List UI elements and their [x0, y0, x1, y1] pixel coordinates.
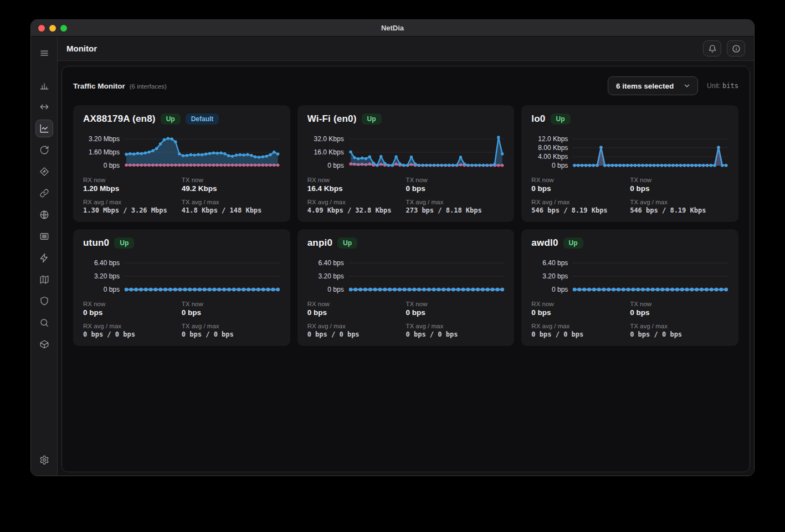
y-axis-tick: 3.20 Mbps: [89, 135, 120, 143]
chart-y-axis: 6.40 bps3.20 bps0 bps: [307, 255, 344, 294]
stat-label: TX now: [406, 177, 504, 183]
interfaces-dropdown-value: 6 items selected: [616, 82, 674, 90]
notifications-button[interactable]: [703, 40, 721, 56]
stat-label: TX now: [406, 301, 504, 307]
stat-tx-avg-max: TX avg / max41.8 Kbps / 148 Kbps: [182, 199, 280, 214]
traffic-chart: 3.20 Mbps1.60 Mbps0 bps: [83, 131, 280, 170]
minimize-button[interactable]: [49, 25, 56, 32]
interface-name: lo0: [531, 113, 545, 125]
interface-name: AX88179A (en8): [83, 113, 156, 125]
menu-icon[interactable]: [35, 44, 53, 62]
unit-indicator: Unit: bits: [707, 82, 738, 90]
stat-tx-avg-max: TX avg / max273 bps / 8.18 Kbps: [406, 199, 504, 214]
sidebar-item-globe[interactable]: [35, 206, 53, 224]
traffic-chart: 6.40 bps3.20 bps0 bps: [307, 255, 505, 294]
stat-value: 0 bps: [182, 308, 280, 317]
interface-card-ax88179a: AX88179A (en8)UpDefault3.20 Mbps1.60 Mbp…: [73, 105, 290, 222]
stat-rx-avg-max: RX avg / max4.09 Kbps / 32.8 Kbps: [307, 199, 406, 214]
sidebar-item-cube[interactable]: [35, 335, 53, 353]
up-badge: Up: [161, 113, 181, 125]
titlebar: NetDia: [31, 20, 754, 37]
stat-label: TX avg / max: [182, 323, 280, 329]
sidebar-item-navigation[interactable]: [35, 163, 53, 180]
interface-stats: RX now0 bpsTX now0 bpsRX avg / max0 bps …: [307, 301, 505, 338]
stat-value: 546 bps / 8.19 Kbps: [630, 206, 728, 214]
y-axis-tick: 4.00 Kbps: [538, 153, 568, 161]
stat-value: 16.4 Kbps: [307, 184, 406, 193]
stat-label: TX avg / max: [406, 199, 504, 205]
stat-rx-avg-max: RX avg / max1.30 Mbps / 3.26 Mbps: [83, 199, 182, 214]
stat-rx-avg-max: RX avg / max0 bps / 0 bps: [83, 323, 182, 338]
sidebar-item-server[interactable]: [35, 228, 53, 245]
info-button[interactable]: [727, 40, 745, 56]
close-button[interactable]: [38, 25, 45, 32]
sidebar-item-bar-chart[interactable]: [35, 76, 53, 94]
interface-card-wi-fi: Wi-Fi (en0)Up32.0 Kbps16.0 Kbps0 bpsRX n…: [297, 105, 515, 222]
sidebar-item-search[interactable]: [35, 314, 53, 332]
settings-icon[interactable]: [35, 451, 53, 469]
link-icon: [39, 188, 49, 198]
sidebar-item-zap[interactable]: [35, 249, 53, 267]
y-axis-tick: 12.0 Kbps: [538, 135, 568, 143]
panel-header: Traffic Monitor (6 interfaces) 6 items s…: [62, 66, 750, 103]
stat-value: 0 bps: [531, 184, 630, 193]
chart-plot-area: [572, 255, 728, 294]
zap-icon: [39, 253, 49, 263]
stat-rx-now: RX now16.4 Kbps: [307, 177, 406, 193]
y-axis-tick: 16.0 Kbps: [314, 148, 344, 156]
sidebar-item-arrows-horizontal[interactable]: [35, 98, 53, 116]
stat-label: RX now: [307, 177, 406, 183]
sidebar-item-refresh[interactable]: [35, 141, 53, 159]
traffic-lights: [38, 25, 67, 32]
interface-cards-grid: AX88179A (en8)UpDefault3.20 Mbps1.60 Mbp…: [62, 103, 750, 357]
stat-label: RX avg / max: [307, 323, 406, 329]
y-axis-tick: 6.40 bps: [319, 259, 344, 267]
y-axis-tick: 0 bps: [104, 286, 120, 293]
stat-value: 0 bps / 0 bps: [307, 330, 406, 338]
interface-stats: RX now0 bpsTX now0 bpsRX avg / max0 bps …: [531, 301, 728, 338]
page-header: Monitor: [58, 37, 754, 61]
y-axis-tick: 0 bps: [552, 162, 568, 169]
stat-label: RX now: [531, 177, 630, 183]
zoom-button[interactable]: [60, 25, 67, 32]
stat-rx-avg-max: RX avg / max0 bps / 0 bps: [531, 323, 630, 338]
stat-value: 1.30 Mbps / 3.26 Mbps: [83, 206, 182, 214]
stat-rx-now: RX now0 bps: [307, 301, 406, 317]
sidebar-item-link[interactable]: [35, 184, 53, 202]
search-icon: [39, 318, 49, 328]
sidebar-item-map[interactable]: [35, 271, 53, 288]
window-title: NetDia: [31, 24, 754, 32]
stat-value: 4.09 Kbps / 32.8 Kbps: [307, 206, 406, 214]
stat-label: TX now: [630, 177, 728, 183]
stat-value: 0 bps: [630, 308, 728, 317]
globe-icon: [39, 210, 49, 220]
chart-y-axis: 3.20 Mbps1.60 Mbps0 bps: [83, 131, 120, 170]
y-axis-tick: 0 bps: [327, 162, 343, 169]
sidebar-item-shield[interactable]: [35, 292, 53, 310]
sidebar-nav: [35, 76, 53, 353]
chart-svg: [572, 255, 728, 294]
traffic-chart: 6.40 bps3.20 bps0 bps: [531, 255, 728, 294]
interface-name: utun0: [83, 237, 109, 249]
stat-label: RX now: [531, 301, 630, 307]
stat-value: 1.20 Mbps: [83, 184, 182, 193]
y-axis-tick: 32.0 Kbps: [314, 135, 344, 143]
interface-stats: RX now0 bpsTX now0 bpsRX avg / max546 bp…: [531, 177, 728, 214]
line-chart-icon: [39, 123, 49, 133]
stat-rx-now: RX now1.20 Mbps: [83, 177, 182, 193]
traffic-chart: 32.0 Kbps16.0 Kbps0 bps: [307, 131, 505, 170]
y-axis-tick: 3.20 bps: [94, 272, 120, 280]
traffic-chart: 12.0 Kbps8.00 Kbps4.00 Kbps0 bps: [531, 131, 728, 170]
sidebar-item-line-chart[interactable]: [35, 120, 53, 137]
stat-value: 0 bps / 0 bps: [531, 330, 630, 338]
page-title: Monitor: [66, 44, 97, 53]
stat-tx-now: TX now0 bps: [630, 177, 728, 193]
chart-plot-area: [124, 255, 280, 294]
y-axis-tick: 8.00 Kbps: [538, 144, 568, 152]
shield-icon: [39, 296, 49, 306]
stat-tx-avg-max: TX avg / max0 bps / 0 bps: [630, 323, 728, 338]
interface-card-utun0: utun0Up6.40 bps3.20 bps0 bpsRX now0 bpsT…: [73, 229, 290, 346]
up-badge: Up: [114, 237, 134, 249]
interfaces-dropdown[interactable]: 6 items selected: [608, 76, 698, 95]
stat-value: 0 bps / 0 bps: [182, 330, 280, 338]
